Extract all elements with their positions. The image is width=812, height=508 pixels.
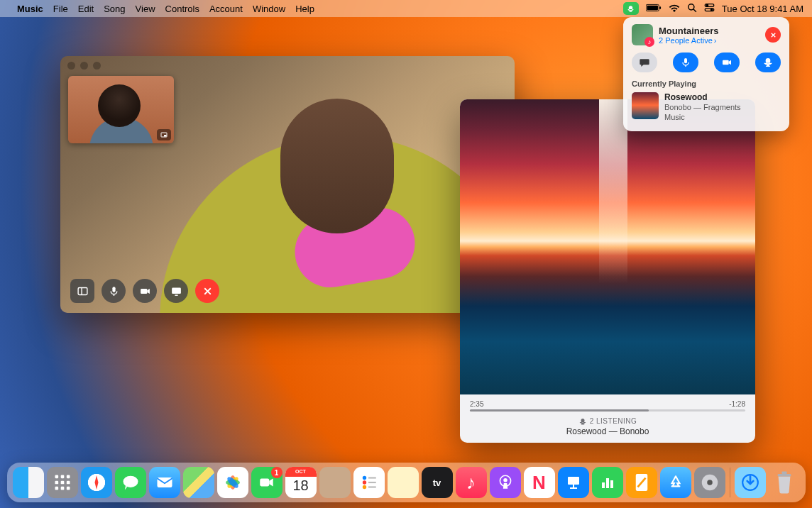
dock-podcasts[interactable] bbox=[490, 467, 521, 498]
svg-point-56 bbox=[707, 480, 713, 485]
svg-rect-11 bbox=[78, 287, 87, 294]
shareplay-camera-button[interactable] bbox=[714, 53, 740, 72]
dock-messages[interactable] bbox=[115, 467, 146, 498]
svg-rect-50 bbox=[570, 487, 577, 489]
app-menu[interactable]: Music bbox=[17, 4, 43, 14]
dock-news[interactable]: N bbox=[524, 467, 555, 498]
menu-controls[interactable]: Controls bbox=[165, 4, 199, 14]
shareplay-now-playing[interactable]: Rosewood Bonobo — Fragments Music bbox=[632, 92, 781, 123]
svg-rect-13 bbox=[112, 287, 115, 292]
battery-icon[interactable] bbox=[646, 4, 662, 14]
menu-account[interactable]: Account bbox=[209, 4, 243, 14]
menu-view[interactable]: View bbox=[136, 4, 155, 14]
dock-finder[interactable] bbox=[13, 467, 44, 498]
dock-keynote[interactable] bbox=[558, 467, 589, 498]
dock-facetime[interactable]: 1 bbox=[251, 467, 282, 498]
svg-rect-30 bbox=[60, 487, 64, 490]
svg-rect-27 bbox=[60, 481, 64, 485]
dock-pages[interactable] bbox=[626, 467, 657, 498]
now-playing-app: Music bbox=[664, 112, 741, 122]
svg-marker-32 bbox=[94, 475, 98, 490]
menu-window[interactable]: Window bbox=[253, 4, 285, 14]
spotlight-icon[interactable] bbox=[687, 3, 697, 15]
svg-rect-24 bbox=[60, 475, 64, 479]
svg-rect-52 bbox=[606, 478, 609, 488]
svg-rect-39 bbox=[260, 479, 269, 487]
svg-rect-59 bbox=[781, 471, 786, 474]
dock-contacts[interactable] bbox=[319, 467, 351, 498]
wifi-icon[interactable] bbox=[669, 4, 680, 14]
dock-mail[interactable] bbox=[149, 467, 180, 498]
now-playing-artist-album: Bonobo — Fragments bbox=[664, 102, 741, 112]
dock-trash[interactable] bbox=[769, 467, 800, 498]
svg-rect-34 bbox=[157, 477, 172, 487]
sidebar-toggle-button[interactable] bbox=[70, 279, 94, 303]
svg-rect-31 bbox=[66, 487, 70, 490]
svg-point-7 bbox=[706, 4, 708, 6]
window-traffic-lights[interactable] bbox=[67, 62, 101, 70]
mute-mic-button[interactable] bbox=[102, 279, 126, 303]
dock-photos[interactable] bbox=[217, 467, 248, 498]
album-art[interactable] bbox=[460, 99, 755, 394]
svg-point-46 bbox=[503, 478, 507, 482]
menu-bar: Music File Edit Song View Controls Accou… bbox=[0, 0, 812, 17]
end-call-button[interactable] bbox=[195, 279, 219, 303]
shareplay-messages-button[interactable] bbox=[632, 53, 657, 72]
now-playing-title: Rosewood bbox=[664, 92, 741, 102]
svg-rect-26 bbox=[55, 481, 58, 485]
shareplay-mic-button[interactable] bbox=[673, 53, 698, 72]
dock-numbers[interactable] bbox=[592, 467, 623, 498]
svg-rect-1 bbox=[647, 5, 658, 9]
dock-reminders[interactable] bbox=[353, 467, 385, 498]
svg-rect-28 bbox=[66, 481, 70, 485]
shareplay-leave-button[interactable] bbox=[765, 27, 781, 43]
shareplay-playlist-art bbox=[632, 24, 653, 45]
svg-rect-48 bbox=[568, 477, 579, 485]
menu-song[interactable]: Song bbox=[104, 4, 125, 14]
shareplay-panel: Mountaineers 2 People Active› Currently … bbox=[623, 17, 789, 131]
dock-music[interactable]: ♪ bbox=[456, 467, 487, 498]
menu-edit[interactable]: Edit bbox=[78, 4, 94, 14]
menu-file[interactable]: File bbox=[53, 4, 68, 14]
dock-maps[interactable] bbox=[183, 467, 214, 498]
dock-safari[interactable] bbox=[81, 467, 112, 498]
dock-settings[interactable] bbox=[694, 467, 725, 498]
dock-notes[interactable] bbox=[388, 467, 419, 498]
facetime-badge: 1 bbox=[271, 467, 282, 478]
camera-toggle-button[interactable] bbox=[133, 279, 157, 303]
svg-point-41 bbox=[362, 480, 366, 484]
svg-rect-49 bbox=[573, 485, 574, 487]
svg-point-42 bbox=[362, 485, 366, 489]
svg-rect-29 bbox=[55, 487, 58, 490]
shareplay-shareplay-button[interactable] bbox=[755, 53, 781, 72]
svg-rect-22 bbox=[723, 60, 729, 65]
svg-rect-58 bbox=[777, 474, 791, 477]
dock-tv[interactable]: tv bbox=[422, 467, 453, 498]
svg-rect-10 bbox=[164, 135, 167, 137]
svg-rect-14 bbox=[141, 288, 147, 293]
dock-calendar[interactable]: OCT18 bbox=[285, 467, 317, 498]
menubar-status-area: Tue Oct 18 9:41 AM bbox=[623, 2, 803, 15]
music-mini-player: 2:35 -1:28 2 LISTENING Rosewood — Bonobo bbox=[460, 99, 755, 443]
control-center-icon[interactable] bbox=[704, 3, 715, 14]
svg-point-8 bbox=[710, 9, 713, 11]
svg-rect-44 bbox=[368, 482, 375, 483]
svg-rect-43 bbox=[368, 477, 375, 478]
progress-bar[interactable] bbox=[470, 409, 745, 412]
shareplay-section-label: Currently Playing bbox=[632, 79, 781, 88]
facetime-self-view[interactable] bbox=[68, 76, 174, 143]
facetime-controls bbox=[70, 279, 219, 303]
dock-appstore[interactable] bbox=[660, 467, 691, 498]
menubar-clock[interactable]: Tue Oct 18 9:41 AM bbox=[722, 4, 803, 14]
shareplay-people-link[interactable]: 2 People Active› bbox=[659, 36, 759, 45]
shareplay-menubar-icon[interactable] bbox=[623, 2, 639, 15]
svg-point-33 bbox=[123, 476, 138, 487]
remaining-time: -1:28 bbox=[729, 400, 745, 408]
pip-expand-icon[interactable] bbox=[157, 129, 171, 140]
menu-help[interactable]: Help bbox=[295, 4, 314, 14]
now-playing-track: Rosewood — Bonobo bbox=[470, 426, 745, 436]
dock-downloads[interactable] bbox=[735, 467, 766, 498]
share-screen-button[interactable] bbox=[164, 279, 188, 303]
now-playing-art bbox=[632, 92, 659, 119]
dock-launchpad[interactable] bbox=[47, 467, 78, 498]
